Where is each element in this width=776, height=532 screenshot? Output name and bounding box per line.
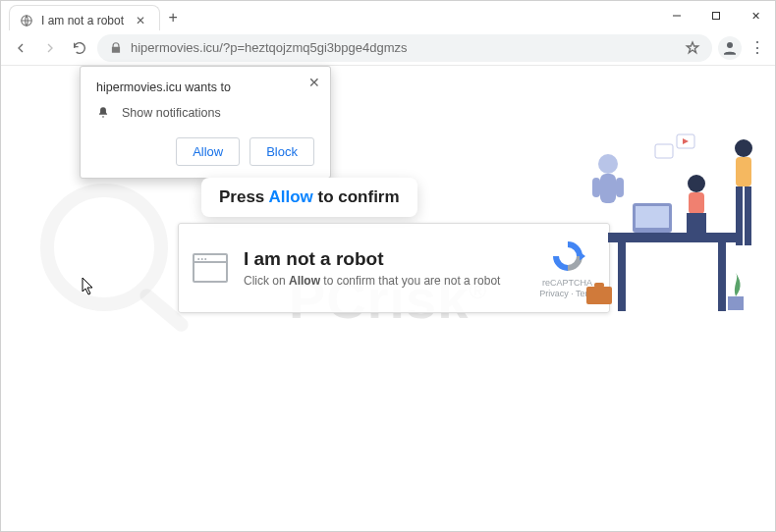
- reload-button[interactable]: [68, 36, 91, 60]
- svg-point-3: [727, 42, 733, 48]
- tab-title: I am not a robot: [41, 14, 124, 27]
- permission-origin: hipermovies.icu wants to: [96, 80, 314, 94]
- maximize-button[interactable]: [696, 1, 736, 30]
- svg-rect-12: [592, 178, 600, 197]
- address-bar[interactable]: hipermovies.icu/?p=heztqojzmq5gi3bpge4dg…: [97, 34, 712, 62]
- svg-rect-18: [736, 157, 751, 186]
- svg-point-17: [735, 139, 752, 157]
- browser-window-icon: •••: [193, 253, 228, 283]
- url-text: hipermovies.icu/?p=heztqojzmq5gi3bpge4dg…: [131, 40, 407, 55]
- minimize-button[interactable]: [657, 1, 696, 30]
- profile-avatar-icon[interactable]: [718, 36, 742, 60]
- close-window-button[interactable]: ✕: [736, 1, 775, 30]
- svg-rect-16: [687, 213, 706, 233]
- svg-rect-20: [745, 186, 751, 245]
- svg-rect-5: [608, 233, 736, 242]
- svg-point-14: [688, 175, 705, 192]
- page-content: PCrisk® ✕ hipermovies.icu wants to Show …: [1, 66, 775, 531]
- globe-icon: [20, 14, 33, 27]
- svg-rect-19: [736, 186, 743, 245]
- bell-icon: [96, 106, 110, 120]
- svg-point-10: [598, 154, 618, 174]
- svg-rect-22: [594, 283, 604, 288]
- permission-row: Show notifications: [96, 106, 314, 120]
- svg-rect-11: [600, 174, 616, 203]
- svg-rect-23: [728, 296, 744, 310]
- permission-close-icon[interactable]: ✕: [308, 75, 320, 90]
- svg-rect-13: [616, 178, 624, 197]
- notification-permission-dialog: ✕ hipermovies.icu wants to Show notifica…: [80, 66, 331, 179]
- watermark-magnifier-icon: [40, 184, 168, 311]
- office-illustration: [579, 105, 765, 341]
- toolbar: hipermovies.icu/?p=heztqojzmq5gi3bpge4dg…: [1, 30, 775, 66]
- svg-rect-21: [586, 287, 612, 304]
- bookmark-star-icon[interactable]: [685, 40, 700, 56]
- allow-button[interactable]: Allow: [176, 137, 240, 166]
- new-tab-button[interactable]: +: [160, 5, 186, 30]
- pill-post: to confirm: [313, 187, 400, 206]
- permission-line: Show notifications: [122, 106, 221, 120]
- captcha-heading: I am not a robot: [244, 248, 524, 270]
- pill-pre: Press: [219, 187, 268, 206]
- pill-word: Allow: [268, 187, 312, 206]
- svg-rect-2: [713, 13, 720, 20]
- svg-rect-7: [718, 242, 726, 311]
- tab-close-icon[interactable]: ✕: [132, 14, 149, 27]
- titlebar: I am not a robot ✕ + ✕: [1, 1, 775, 30]
- forward-button[interactable]: [38, 36, 62, 60]
- lock-icon: [109, 41, 123, 55]
- svg-rect-24: [655, 144, 673, 158]
- menu-kebab-icon[interactable]: ⋮: [748, 38, 767, 57]
- svg-rect-15: [689, 192, 704, 214]
- block-button[interactable]: Block: [249, 137, 314, 166]
- back-button[interactable]: [9, 36, 32, 60]
- svg-rect-6: [618, 242, 626, 311]
- press-allow-banner: Press Allow to confirm: [201, 178, 417, 217]
- mouse-cursor-icon: [82, 277, 95, 296]
- window-controls: ✕: [657, 1, 775, 30]
- browser-window: I am not a robot ✕ + ✕ hipermovies.icu/?…: [0, 0, 776, 532]
- captcha-card: ••• I am not a robot Click on Allow to c…: [178, 223, 610, 313]
- captcha-subtext: Click on Allow to confirm that you are n…: [244, 274, 524, 288]
- svg-rect-9: [636, 206, 669, 228]
